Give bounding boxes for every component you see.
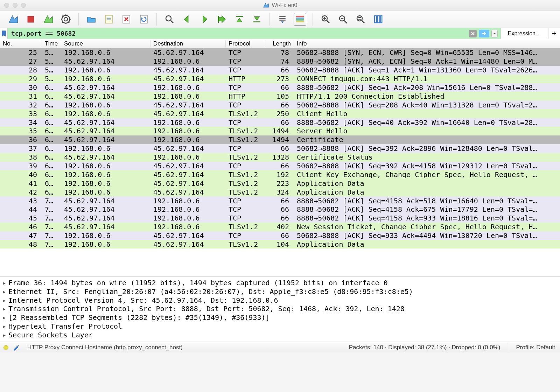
- chevron-right-icon[interactable]: ▸: [2, 304, 8, 313]
- packet-row[interactable]: 467…45.62.97.164192.168.0.6TLSv1.2402New…: [0, 223, 560, 231]
- packet-row[interactable]: 396…192.168.0.645.62.97.164TCP6650682→88…: [0, 162, 560, 170]
- packet-row[interactable]: 275…45.62.97.164192.168.0.6TCP748888→506…: [0, 57, 560, 66]
- packet-row[interactable]: 356…45.62.97.164192.168.0.6TLSv1.21494Se…: [0, 127, 560, 135]
- svg-line-10: [171, 20, 174, 23]
- packet-detail-pane[interactable]: ▸Frame 36: 1494 bytes on wire (11952 bit…: [0, 277, 560, 342]
- packet-row[interactable]: 416…192.168.0.645.62.97.164TLSv1.2223App…: [0, 179, 560, 188]
- chevron-right-icon[interactable]: ▸: [2, 296, 8, 305]
- window-title: Wi-Fi: en0: [272, 2, 298, 8]
- packet-row[interactable]: 457…45.62.97.164192.168.0.6TCP668888→506…: [0, 214, 560, 223]
- packet-row[interactable]: 426…192.168.0.645.62.97.164TLSv1.2324App…: [0, 188, 560, 196]
- open-file-icon[interactable]: [85, 13, 98, 26]
- filter-bookmark-icon[interactable]: [0, 28, 8, 39]
- svg-rect-33: [378, 16, 380, 23]
- apply-filter-icon[interactable]: [479, 30, 489, 37]
- packet-row[interactable]: 447…45.62.97.164192.168.0.6TCP668888→506…: [0, 205, 560, 214]
- restart-capture-icon[interactable]: [42, 13, 55, 26]
- packet-row[interactable]: 255…192.168.0.645.62.97.164TCP7850682→88…: [0, 48, 560, 57]
- go-back-icon[interactable]: [181, 13, 193, 26]
- packet-row[interactable]: 406…192.168.0.645.62.97.164TLSv1.2192Cli…: [0, 170, 560, 179]
- status-profile[interactable]: Profile: Default: [509, 344, 557, 351]
- packet-row[interactable]: 316…45.62.97.164192.168.0.6HTTP105HTTP/1…: [0, 92, 560, 100]
- svg-rect-3: [105, 15, 112, 23]
- go-to-packet-icon[interactable]: [216, 13, 228, 26]
- colorize-icon[interactable]: [294, 13, 306, 26]
- detail-tree-item[interactable]: ▸Internet Protocol Version 4, Src: 45.62…: [2, 296, 558, 305]
- display-filter-bar: Expression… +: [0, 28, 560, 39]
- clear-filter-icon[interactable]: [469, 30, 477, 37]
- status-field-name: HTTP Proxy Connect Hostname (http.proxy_…: [24, 344, 344, 351]
- svg-line-29: [362, 20, 365, 23]
- svg-point-28: [357, 16, 362, 21]
- status-packet-counts: Packets: 140 · Displayed: 38 (27.1%) · D…: [349, 344, 500, 351]
- packet-row[interactable]: 346…45.62.97.164192.168.0.6TCP668888→506…: [0, 118, 560, 127]
- detail-tree-item[interactable]: ▸Transmission Control Protocol, Src Port…: [2, 304, 558, 313]
- col-header-prot[interactable]: Protocol: [226, 40, 266, 47]
- chevron-right-icon[interactable]: ▸: [2, 322, 8, 331]
- expert-info-icon[interactable]: [4, 345, 8, 350]
- packet-row[interactable]: 285…192.168.0.645.62.97.164TCP6650682→88…: [0, 66, 560, 75]
- detail-tree-item[interactable]: ▸Ethernet II, Src: Fenglian_20:26:07 (a4…: [2, 287, 558, 296]
- col-header-no[interactable]: No.: [0, 40, 42, 47]
- packet-row[interactable]: 306…45.62.97.164192.168.0.6TCP668888→506…: [0, 83, 560, 92]
- detail-tree-item[interactable]: ▸[2 Reassembled TCP Segments (2282 bytes…: [2, 313, 558, 322]
- zoom-reset-icon[interactable]: [354, 13, 367, 26]
- svg-rect-0: [28, 16, 34, 22]
- chevron-right-icon[interactable]: ▸: [2, 287, 8, 296]
- col-header-src[interactable]: Source: [61, 40, 150, 47]
- filter-history-dropdown[interactable]: [491, 30, 498, 37]
- packet-row[interactable]: 295…192.168.0.645.62.97.164HTTP273CONNEC…: [0, 75, 560, 83]
- packet-row[interactable]: 366…45.62.97.164192.168.0.6TLSv1.21494Ce…: [0, 135, 560, 144]
- detail-tree-item[interactable]: ▸Frame 36: 1494 bytes on wire (11952 bit…: [2, 279, 558, 287]
- save-file-icon[interactable]: [103, 13, 115, 26]
- svg-rect-20: [296, 21, 304, 22]
- col-header-time[interactable]: Time: [42, 40, 61, 47]
- col-header-info[interactable]: Info: [294, 40, 560, 47]
- wireshark-fin-icon: [263, 2, 269, 8]
- go-forward-icon[interactable]: [198, 13, 211, 26]
- find-icon[interactable]: [163, 13, 176, 26]
- stop-capture-icon[interactable]: [24, 13, 37, 26]
- display-filter-input[interactable]: [8, 28, 466, 39]
- packet-list-header[interactable]: No. Time Source Destination Protocol Len…: [0, 39, 560, 48]
- packet-row[interactable]: 336…192.168.0.645.62.97.164TLSv1.2250Cli…: [0, 109, 560, 118]
- packet-row[interactable]: 386…45.62.97.164192.168.0.6TLSv1.21328Ce…: [0, 153, 560, 162]
- chevron-right-icon[interactable]: ▸: [2, 313, 8, 322]
- svg-rect-19: [296, 19, 304, 21]
- packet-row[interactable]: 477…192.168.0.645.62.97.164TCP6650682→88…: [0, 231, 560, 240]
- packet-row[interactable]: 326…192.168.0.645.62.97.164TCP6650682→88…: [0, 100, 560, 109]
- zoom-out-icon[interactable]: [337, 13, 349, 26]
- capture-options-icon[interactable]: [59, 13, 72, 26]
- svg-line-26: [344, 20, 347, 23]
- svg-rect-34: [381, 16, 382, 23]
- zoom-in-icon[interactable]: [319, 13, 332, 26]
- status-bar: HTTP Proxy Connect Hostname (http.proxy_…: [0, 342, 560, 352]
- add-filter-button[interactable]: +: [548, 28, 560, 39]
- packet-row[interactable]: 437…45.62.97.164192.168.0.6TCP668888→506…: [0, 196, 560, 205]
- svg-line-22: [327, 20, 330, 23]
- svg-rect-32: [374, 16, 377, 23]
- chevron-right-icon[interactable]: ▸: [2, 331, 8, 340]
- chevron-right-icon[interactable]: ▸: [2, 279, 8, 287]
- wireshark-fin-icon[interactable]: [7, 13, 20, 26]
- col-header-dst[interactable]: Destination: [150, 40, 226, 47]
- svg-point-2: [64, 18, 68, 21]
- main-toolbar: [0, 10, 560, 28]
- detail-tree-item[interactable]: ▸Hypertext Transfer Protocol: [2, 322, 558, 331]
- packet-list-pane[interactable]: No. Time Source Destination Protocol Len…: [0, 39, 560, 277]
- title-bar: Wi-Fi: en0: [0, 0, 560, 10]
- go-first-icon[interactable]: [233, 13, 246, 26]
- reload-icon[interactable]: [138, 13, 150, 26]
- packet-row[interactable]: 487…192.168.0.645.62.97.164TLSv1.2104App…: [0, 240, 560, 249]
- go-last-icon[interactable]: [251, 13, 263, 26]
- detail-tree-item[interactable]: ▸Secure Sockets Layer: [2, 331, 558, 340]
- col-header-len[interactable]: Length: [266, 40, 294, 47]
- svg-point-9: [166, 16, 171, 21]
- edit-capture-comment-icon[interactable]: [13, 344, 20, 351]
- resize-columns-icon[interactable]: [372, 13, 384, 26]
- packet-row[interactable]: 376…192.168.0.645.62.97.164TCP6650682→88…: [0, 144, 560, 153]
- close-file-icon[interactable]: [120, 13, 133, 26]
- auto-scroll-icon[interactable]: [276, 13, 289, 26]
- svg-rect-18: [296, 18, 304, 19]
- expression-button[interactable]: Expression…: [500, 28, 548, 39]
